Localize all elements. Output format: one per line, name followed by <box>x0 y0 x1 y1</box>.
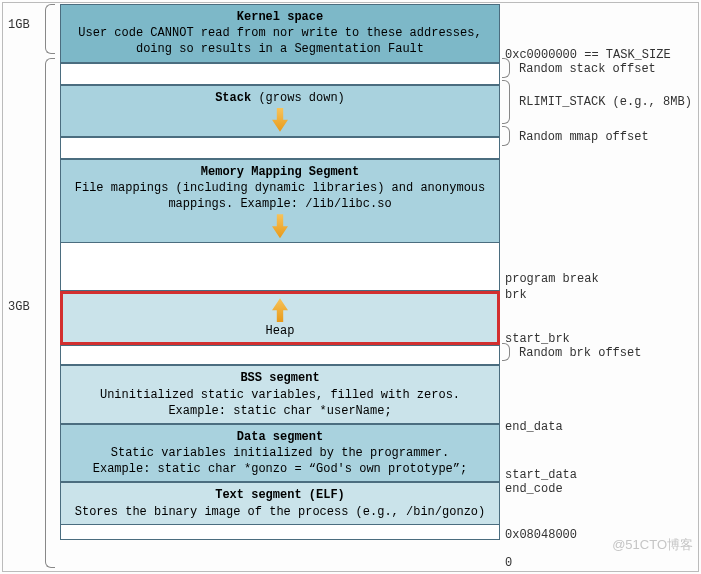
brace-3gb <box>45 58 55 568</box>
gap-brk-offset <box>60 345 500 365</box>
text-title: Text segment (ELF) <box>67 487 493 503</box>
data-segment: Data segment Static variables initialize… <box>60 424 500 483</box>
arrow-down-icon <box>272 214 288 238</box>
data-title: Data segment <box>67 429 493 445</box>
kernel-segment: Kernel space User code CANNOT read from … <box>60 4 500 63</box>
rbrace-rlimit <box>502 80 510 124</box>
label-rand-brk: Random brk offset <box>519 346 641 360</box>
label-zero: 0 <box>505 556 512 570</box>
stack-title: Stack <box>215 91 251 105</box>
label-prog-break: program break <box>505 272 599 286</box>
mmap-title: Memory Mapping Segment <box>67 164 493 180</box>
label-end-code: end_code <box>505 482 563 496</box>
label-start-data: start_data <box>505 468 577 482</box>
watermark: @51CTO博客 <box>612 536 693 554</box>
bss-segment: BSS segment Uninitialized static variabl… <box>60 365 500 424</box>
label-rlimit: RLIMIT_STACK (e.g., 8MB) <box>519 95 692 109</box>
gap-stack-offset <box>60 63 500 85</box>
label-addr: 0x08048000 <box>505 528 577 542</box>
rbrace-brk <box>502 343 510 361</box>
bss-example: Example: static char *userName; <box>67 403 493 419</box>
stack-note: (grows down) <box>258 91 344 105</box>
label-end-data: end_data <box>505 420 563 434</box>
kernel-title: Kernel space <box>67 9 493 25</box>
label-start-brk: start_brk <box>505 332 570 346</box>
stack-segment: Stack (grows down) <box>60 85 500 137</box>
kernel-desc: User code CANNOT read from nor write to … <box>67 25 493 57</box>
label-task-size: 0xc0000000 == TASK_SIZE <box>505 48 671 62</box>
label-rand-mmap: Random mmap offset <box>519 130 649 144</box>
heap-title: Heap <box>63 324 497 342</box>
brace-1gb <box>45 4 55 54</box>
rbrace-mmap <box>502 126 510 146</box>
text-segment: Text segment (ELF) Stores the binary ima… <box>60 482 500 524</box>
mmap-desc: File mappings (including dynamic librari… <box>67 180 493 212</box>
data-example: Example: static char *gonzo = “God's own… <box>67 461 493 477</box>
label-brk: brk <box>505 288 527 302</box>
label-rand-stack: Random stack offset <box>519 62 656 76</box>
size-1gb: 1GB <box>8 18 30 32</box>
gap-large <box>60 243 500 291</box>
bss-desc: Uninitialized static variables, filled w… <box>67 387 493 403</box>
text-desc: Stores the binary image of the process (… <box>67 504 493 520</box>
data-desc: Static variables initialized by the prog… <box>67 445 493 461</box>
mmap-segment: Memory Mapping Segment File mappings (in… <box>60 159 500 244</box>
gap-bottom <box>60 525 500 540</box>
arrow-up-icon <box>272 298 288 322</box>
rbrace-stack <box>502 58 510 78</box>
arrow-down-icon <box>272 108 288 132</box>
heap-segment: Heap <box>60 291 500 345</box>
gap-mmap-offset <box>60 137 500 159</box>
size-3gb: 3GB <box>8 300 30 314</box>
bss-title: BSS segment <box>67 370 493 386</box>
